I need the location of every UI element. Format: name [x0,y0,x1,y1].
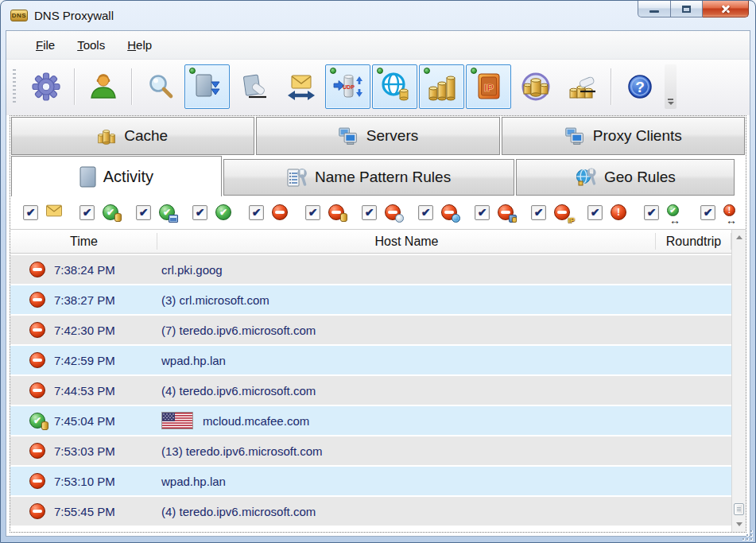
settings-button[interactable] [23,64,68,109]
table-row[interactable]: ✔ 7:45:04 PM [10,406,731,435]
close-button[interactable] [703,1,749,17]
blocked-icon [29,382,45,398]
titlebar: DNS DNS Proxywall [1,1,755,30]
web-dns-cache-button[interactable] [372,64,417,109]
filter-checkbox-blocked-geo[interactable]: ✔ [418,205,433,220]
table-row[interactable]: 7:44:53 PM (4) teredo.ipv6.microsoft.com [10,376,731,405]
column-header-roundtrip[interactable]: Roundtrip [656,230,731,253]
mail-transfer-button[interactable] [278,64,324,109]
statistics-icon [426,71,458,103]
table-row[interactable]: 7:38:24 PM crl.pki.goog [10,255,731,284]
question-glyph: ? [635,79,645,95]
table-row[interactable]: 7:53:03 PM (13) teredo.ipv6.microsoft.co… [10,436,731,465]
minimize-icon [649,10,659,13]
filter-blocked-cached: ✔ [305,204,362,220]
filter-checkbox-blocked-proxy[interactable]: ✔ [475,205,490,220]
menu-item-file[interactable]: File [27,34,64,56]
filter-roundtrip-ok: ✔ ✔ ↔ [644,204,700,220]
allowed-cached-icon: ✔ [29,413,45,429]
time-cell: 7:53:03 PM [54,444,115,458]
blocked-geo-icon [441,204,457,220]
statistics-button[interactable] [419,64,464,109]
filter-checkbox-roundtrip-ok[interactable]: ✔ [644,205,659,220]
resize-grip[interactable] [742,529,753,541]
clear-database-button[interactable] [560,64,605,109]
filter-checkbox-allowed[interactable]: ✔ [192,205,207,220]
roundtrip-slow-icon: ! ↔ [723,204,739,220]
filter-checkbox-error[interactable]: ✔ [587,205,603,220]
status-dot [330,68,336,74]
maximize-button[interactable] [671,1,703,17]
search-button[interactable] [138,64,183,109]
follow-log-button[interactable] [184,64,230,109]
vertical-scrollbar[interactable] [731,230,746,532]
blocked-icon [29,473,45,489]
host-cell: wpad.hp.lan [157,475,656,488]
toolbar: UDP [6,60,750,115]
host-cell: (4) teredo.ipv6.microsoft.com [157,505,656,518]
menu-item-help[interactable]: Help [118,34,161,56]
clear-database-icon [567,71,599,103]
time-cell: 7:42:59 PM [54,354,115,367]
minimize-button[interactable] [638,1,671,17]
filter-checkbox-blocked-ip[interactable]: ✔ [531,205,546,220]
table-row[interactable]: 7:42:59 PM wpad.hp.lan [10,346,731,374]
time-cell: 7:38:27 PM [54,293,115,307]
toolbar-separator [611,68,611,105]
ip-firewall-button[interactable]: IP [466,64,511,109]
filter-checkbox-allowed-cached[interactable]: ✔ [79,205,95,220]
udp-listener-button[interactable]: UDP [325,64,370,109]
toolbar-overflow-button[interactable] [665,64,677,109]
toolbar-grip[interactable] [13,69,16,104]
scroll-thumb[interactable] [734,503,744,515]
table-row[interactable]: 7:42:30 PM (7) teredo.ipv6.microsoft.com [10,316,731,344]
column-header-time[interactable]: Time [10,230,157,253]
host-cell: crl.pki.goog [157,263,656,277]
clear-log-button[interactable] [231,64,277,109]
tab-proxy-clients[interactable]: Proxy Clients [502,117,745,155]
window-title: DNS Proxywall [34,9,638,22]
table-row[interactable]: 7:55:45 PM (4) teredo.ipv6.microsoft.com [10,497,731,526]
tab-name-pattern-rules[interactable]: Name Pattern Rules [223,159,514,196]
tab-activity[interactable]: Activity [11,156,222,196]
filter-allowed: ✔ ✔ [192,204,249,220]
tab-label: Name Pattern Rules [315,169,451,186]
host-cell: mcloud.mcafee.com [157,412,656,429]
maximize-icon [682,6,691,13]
blocked-expired-icon [385,204,401,220]
primary-tabs: Cache Servers [10,116,746,155]
tab-label: Activity [103,168,153,186]
table-row[interactable]: 7:53:10 PM wpad.hp.lan [10,467,731,495]
tab-cache[interactable]: Cache [11,117,254,155]
help-button[interactable]: ? [617,64,662,109]
filter-blocked-proxy: ✔ [475,204,531,220]
filter-bar: ✔ ✔ ✔ ✔ ✔ [10,196,746,230]
blocked-icon [29,443,45,459]
filter-checkbox-blocked-cached[interactable]: ✔ [305,205,320,220]
arrow-up-icon [736,235,742,239]
filter-checkbox-allowed-list[interactable]: ✔ [136,205,151,220]
filter-blocked: ✔ [249,204,305,220]
filter-roundtrip-slow: ✔ ! ↔ [700,204,756,220]
filter-checkbox-roundtrip-slow[interactable]: ✔ [700,205,715,220]
column-header-host-name[interactable]: Host Name [157,230,656,253]
table-row[interactable]: 7:38:27 PM (3) crl.microsoft.com [10,285,731,314]
filter-error: ✔ ! [587,204,644,220]
filter-checkbox-messages[interactable]: ✔ [23,205,38,220]
scroll-up-button[interactable] [733,231,745,244]
tab-label: Proxy Clients [593,127,682,145]
blocked-icon [29,322,45,338]
tab-servers[interactable]: Servers [256,117,499,155]
geo-rules-icon [576,168,597,187]
time-cell: 7:42:30 PM [54,324,115,337]
user-icon [87,71,119,103]
blocked-icon [29,503,45,519]
tab-geo-rules[interactable]: Geo Rules [516,159,735,196]
app-window: DNS DNS Proxywall File Tools Help [0,0,756,543]
database-button[interactable] [513,64,558,109]
menu-item-tools[interactable]: Tools [68,34,114,56]
time-cell: 7:45:04 PM [54,414,115,428]
filter-checkbox-blocked[interactable]: ✔ [249,205,264,220]
filter-checkbox-blocked-expired[interactable]: ✔ [362,205,377,220]
user-profile-button[interactable] [80,64,126,109]
